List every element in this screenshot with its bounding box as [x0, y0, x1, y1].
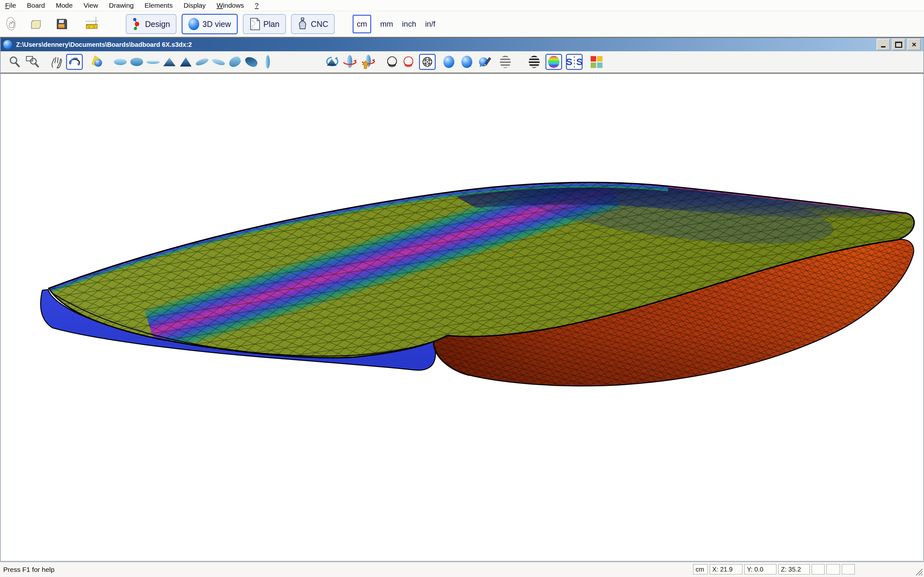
zoom-window-tool[interactable] [24, 54, 40, 70]
window-controls: × [877, 39, 921, 50]
view-profile-tool[interactable] [260, 54, 276, 70]
menu-item-help[interactable]: ? [255, 2, 258, 9]
view-toolbar: SS [1, 51, 923, 73]
board-3d-render [1, 74, 923, 561]
status-x-box: X: 21.9 [710, 564, 742, 574]
spin-view-icon [325, 55, 339, 69]
cnc-button[interactable]: CNC [291, 14, 334, 34]
shaded-render-2-icon [461, 56, 472, 68]
minimize-icon [881, 46, 885, 47]
view-top-icon [114, 59, 127, 65]
rotate-3d-icon [68, 55, 81, 68]
menu-item-file[interactable]: File [5, 2, 16, 9]
menu-item-board[interactable]: Board [27, 2, 45, 9]
rainbow-render-tool[interactable] [545, 54, 562, 70]
status-x-value: X: 21.9 [712, 566, 732, 573]
view-persp-down-tool[interactable] [243, 54, 259, 70]
spin-view-tool[interactable] [324, 54, 340, 70]
zoom-tool[interactable] [6, 54, 23, 70]
view-3d-button[interactable]: 3D view [182, 14, 238, 34]
zoom-icon [8, 55, 21, 68]
menu-item-drawing[interactable]: Drawing [109, 2, 134, 9]
plan-button[interactable]: Plan [243, 14, 286, 34]
rainbow-render-icon [548, 56, 559, 68]
menu-item-display[interactable]: Display [184, 2, 206, 9]
new-board-button[interactable] [3, 16, 19, 32]
shaded-render-icon [443, 56, 454, 68]
svg-text:1: 1 [88, 26, 90, 29]
unit-cm-button[interactable]: cm [352, 15, 371, 33]
save-button[interactable] [53, 16, 70, 32]
view-front-tool[interactable] [162, 54, 178, 70]
view-persp-up-tool[interactable] [227, 54, 243, 70]
palette-icon [591, 56, 603, 68]
design-button[interactable]: Design [126, 14, 176, 34]
view-persp-right-tool[interactable] [210, 54, 226, 70]
symmetry-icon: SS [566, 56, 583, 68]
rotate-board-icon [342, 55, 357, 69]
unit-inf-button[interactable]: in/f [425, 19, 435, 29]
render-light-icon [90, 55, 104, 69]
menu-item-view[interactable]: View [83, 2, 98, 9]
menu-bar: FileBoardModeViewDrawingElementsDisplayW… [0, 0, 924, 11]
shaded-render-tool[interactable] [441, 54, 457, 70]
menu-item-elements[interactable]: Elements [145, 2, 173, 9]
window-sphere-icon [3, 40, 12, 49]
palette-tool[interactable] [588, 54, 604, 70]
main-toolbar: 10 Design 3D view Plan CNC cm [0, 11, 924, 38]
close-icon: × [912, 41, 916, 48]
save-icon [54, 17, 69, 31]
view-side-tool[interactable] [145, 54, 161, 70]
view-back-tool[interactable] [178, 54, 194, 70]
stripes-render-2-tool[interactable] [526, 54, 542, 70]
rotate-board-up-tool[interactable] [360, 54, 376, 70]
status-z-value: Z: 35.2 [781, 566, 801, 573]
annotate-render-tool[interactable] [477, 54, 493, 70]
close-button[interactable]: × [907, 39, 921, 50]
status-empty-box-3 [842, 564, 855, 574]
resize-grip[interactable] [915, 568, 923, 576]
pan-tool[interactable] [48, 54, 64, 70]
unit-mm-button[interactable]: mm [380, 19, 393, 29]
view-persp-right-icon [212, 57, 226, 66]
view-persp-left-tool[interactable] [194, 54, 210, 70]
svg-text:0: 0 [94, 26, 95, 29]
rotate-board-tool[interactable] [342, 54, 358, 70]
annotate-render-icon [478, 55, 492, 69]
maximize-button[interactable] [892, 39, 905, 50]
cnc-icon [297, 17, 308, 31]
open-folder-icon [29, 16, 44, 32]
wireframe-tool[interactable] [384, 54, 400, 70]
symmetry-tool[interactable]: SS [566, 54, 583, 70]
zoom-window-icon [25, 55, 39, 69]
light-tool[interactable] [89, 54, 105, 70]
status-z-box: Z: 35.2 [779, 564, 810, 574]
shaded-render-2-tool[interactable] [459, 54, 475, 70]
window-titlebar[interactable]: Z:\Users\dennery\Documents\Boards\badboa… [1, 38, 923, 51]
view-persp-down-icon [244, 55, 258, 68]
view-back-icon [180, 57, 192, 67]
stripes-render-2-icon [529, 56, 540, 68]
view-bottom-tool[interactable] [129, 54, 145, 70]
viewport-3d[interactable] [1, 73, 923, 561]
menu-item-mode[interactable]: Mode [56, 2, 73, 9]
dimensions-button[interactable]: 10 [84, 16, 101, 32]
mesh-render-tool[interactable] [419, 54, 436, 70]
menu-item-windows[interactable]: Windows [216, 2, 244, 9]
unit-inch-button[interactable]: inch [402, 19, 416, 29]
mesh-render-icon [421, 56, 433, 68]
status-bar: Press F1 for help cm X: 21.9 Y: 0.0 Z: 3… [0, 562, 924, 577]
minimize-button[interactable] [877, 39, 890, 50]
stripes-render-tool[interactable] [497, 54, 513, 70]
view-persp-left-icon [195, 57, 210, 67]
rotate-3d-tool[interactable] [66, 54, 83, 70]
plan-icon [249, 18, 260, 31]
view-front-icon [163, 58, 176, 66]
open-button[interactable] [28, 16, 45, 32]
plan-button-label: Plan [263, 19, 279, 29]
view-side-icon [146, 60, 160, 64]
cnc-button-label: CNC [311, 19, 328, 29]
wireframe-red-tool[interactable] [401, 54, 417, 70]
application: { "menubar": { "items": [ {"label": "Fil… [0, 0, 924, 577]
view-top-tool[interactable] [112, 54, 128, 70]
